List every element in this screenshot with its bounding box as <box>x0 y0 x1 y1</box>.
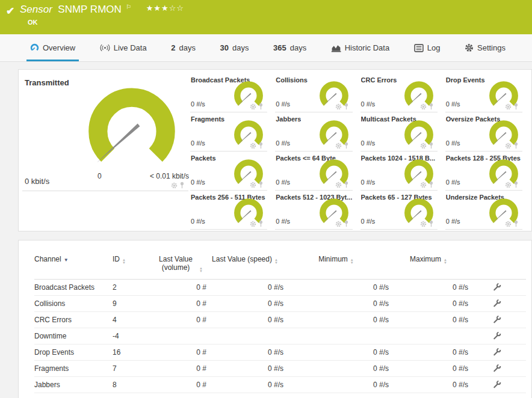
wrench-icon[interactable] <box>493 347 501 356</box>
channel-gauge-tile-multicast-packets[interactable]: Multicast Packets0 #/s <box>360 112 438 152</box>
channel-gauge-tile-oversize-packets[interactable]: Oversize Packets0 #/s <box>445 112 522 152</box>
tab-settings[interactable]: Settings <box>463 34 507 61</box>
flag-icon[interactable]: ⚐ <box>126 4 131 10</box>
pin-icon[interactable] <box>258 181 264 188</box>
tab-label: days <box>290 43 306 52</box>
status-badge: OK <box>28 19 38 26</box>
channel-gauge-tile-packets-512-1023-byt[interactable]: Packets 512 - 1023 Byt...0 #/s <box>275 191 352 230</box>
pin-icon[interactable] <box>258 220 264 227</box>
pin-icon[interactable] <box>513 220 519 227</box>
gear-icon[interactable] <box>171 182 178 189</box>
pin-icon[interactable] <box>179 182 185 189</box>
pin-icon[interactable] <box>513 181 519 188</box>
channel-gauge-tile-packets[interactable]: Packets0 #/s <box>190 152 267 191</box>
gear-icon[interactable] <box>420 182 427 188</box>
gear-icon[interactable] <box>505 142 512 149</box>
cell-tools <box>468 361 526 377</box>
pin-icon[interactable] <box>344 142 349 149</box>
gear-icon[interactable] <box>250 221 256 227</box>
cell-tools <box>468 296 526 312</box>
gear-icon[interactable] <box>505 182 512 188</box>
wrench-icon[interactable] <box>493 380 501 388</box>
wrench-icon[interactable] <box>493 315 501 323</box>
col-header-minimum[interactable]: Minimum▲▼ <box>283 254 389 280</box>
gear-icon[interactable] <box>335 103 342 110</box>
tab-overview[interactable]: Overview <box>29 34 76 61</box>
col-header-last-value-speed[interactable]: Last Value (speed)▲▼ <box>206 254 283 280</box>
sensor-type-label: Sensor <box>20 4 52 15</box>
col-header-maximum[interactable]: Maximum▲▼ <box>389 254 468 280</box>
channel-gauge-tile-collisions[interactable]: Collisions0 #/s <box>275 73 352 112</box>
channel-gauge-tile-drop-events[interactable]: Drop Events0 #/s <box>445 73 522 112</box>
pin-icon[interactable] <box>513 142 519 149</box>
channel-row-collisions: Collisions90 #0 #/s0 #/s0 #/s <box>34 296 526 312</box>
main-gauge-scale-min: 0 <box>97 172 102 180</box>
pin-icon[interactable] <box>513 103 519 110</box>
live-icon <box>100 44 110 52</box>
tab-365-days[interactable]: 365days <box>272 34 308 61</box>
tile-actions <box>335 142 349 149</box>
tab-log[interactable]: Log <box>413 34 442 61</box>
channel-gauge-tile-packets-64-byte[interactable]: Packets <= 64 Byte0 #/s <box>275 152 352 191</box>
channel-gauge-value: 0 #/s <box>191 139 205 147</box>
pin-icon[interactable] <box>428 181 434 188</box>
col-header-last-value-volume[interactable]: Last Value (volume)▲▼ <box>153 254 206 280</box>
priority-stars[interactable]: ★★★☆☆ <box>146 4 184 13</box>
channel-gauge-tile-packets-256-511-bytes[interactable]: Packets 256 - 511 Bytes0 #/s <box>190 191 267 230</box>
gear-icon[interactable] <box>420 142 427 149</box>
cell-tools <box>468 328 526 344</box>
channel-gauge-tile-packets-128-255-bytes[interactable]: Packets 128 - 255 Bytes0 #/s <box>445 152 522 191</box>
channel-gauge-tile-crc-errors[interactable]: CRC Errors0 #/s <box>360 73 438 112</box>
gear-icon[interactable] <box>335 182 342 188</box>
gear-icon[interactable] <box>420 221 427 227</box>
cell-last-value-volume: 0 # <box>153 377 206 393</box>
wrench-icon[interactable] <box>493 299 501 307</box>
gear-icon[interactable] <box>250 103 256 110</box>
cell-tools <box>468 280 526 296</box>
channel-gauge-value: 0 #/s <box>276 218 290 225</box>
channel-gauge-value: 0 #/s <box>276 100 290 108</box>
pin-icon[interactable] <box>344 103 349 110</box>
pin-icon[interactable] <box>428 103 434 110</box>
gear-icon[interactable] <box>505 103 512 110</box>
gear-icon[interactable] <box>420 103 427 110</box>
tile-actions <box>420 142 434 149</box>
wrench-icon[interactable] <box>493 331 501 340</box>
tab-historic-data[interactable]: Historic Data <box>330 34 391 61</box>
pin-icon[interactable] <box>428 142 434 149</box>
tab-2-days[interactable]: 2days <box>170 34 197 61</box>
channel-gauge-tile-packets-65-127-bytes[interactable]: Packets 65 - 127 Bytes0 #/s <box>360 191 438 230</box>
channel-gauge-tile-broadcast-packets[interactable]: Broadcast Packets0 #/s <box>190 73 267 112</box>
channel-table: Channel▼ ID▲▼ Last Value (volume)▲▼ Last… <box>34 254 526 393</box>
cell-minimum: 0 #/s <box>283 312 389 328</box>
tab-live-data[interactable]: Live Data <box>99 34 148 61</box>
gear-icon[interactable] <box>335 221 342 227</box>
channel-gauge-tile-packets-1024-1518-b[interactable]: Packets 1024 - 1518 B...0 #/s <box>360 152 438 191</box>
pin-icon[interactable] <box>258 142 264 149</box>
channel-gauge-tile-undersize-packets[interactable]: Undersize Packets0 #/s <box>445 191 522 230</box>
channel-gauge-tile-fragments[interactable]: Fragments0 #/s <box>190 112 267 152</box>
col-header-channel[interactable]: Channel▼ <box>34 254 113 280</box>
tab-bar: OverviewLive Data2days30days365daysHisto… <box>0 34 532 62</box>
channel-gauge-value: 0 #/s <box>361 218 376 225</box>
main-gauge-tile[interactable]: Transmitted 0 < 0.01 kbit/s 0 kbit/s <box>22 73 188 191</box>
wrench-icon[interactable] <box>493 364 501 372</box>
col-header-id[interactable]: ID▲▼ <box>113 254 153 280</box>
tab-30-days[interactable]: 30days <box>219 34 250 61</box>
channel-gauge-grid: Broadcast Packets0 #/sCollisions0 #/sCRC… <box>190 73 530 230</box>
cell-id: 2 <box>113 280 153 296</box>
pin-icon[interactable] <box>258 103 264 110</box>
gear-icon[interactable] <box>505 221 512 227</box>
wrench-icon[interactable] <box>493 283 501 291</box>
gear-icon[interactable] <box>250 182 256 188</box>
gear-icon[interactable] <box>335 142 342 149</box>
cell-minimum: 0 #/s <box>283 280 389 296</box>
pin-icon[interactable] <box>428 220 434 227</box>
tile-actions <box>505 220 519 227</box>
pin-icon[interactable] <box>344 220 349 227</box>
gear-icon[interactable] <box>250 142 256 149</box>
cell-last-value-volume: 0 # <box>153 361 206 377</box>
main-gauge-value: 0 kbit/s <box>25 177 49 186</box>
pin-icon[interactable] <box>344 181 349 188</box>
channel-gauge-tile-jabbers[interactable]: Jabbers0 #/s <box>275 112 352 152</box>
